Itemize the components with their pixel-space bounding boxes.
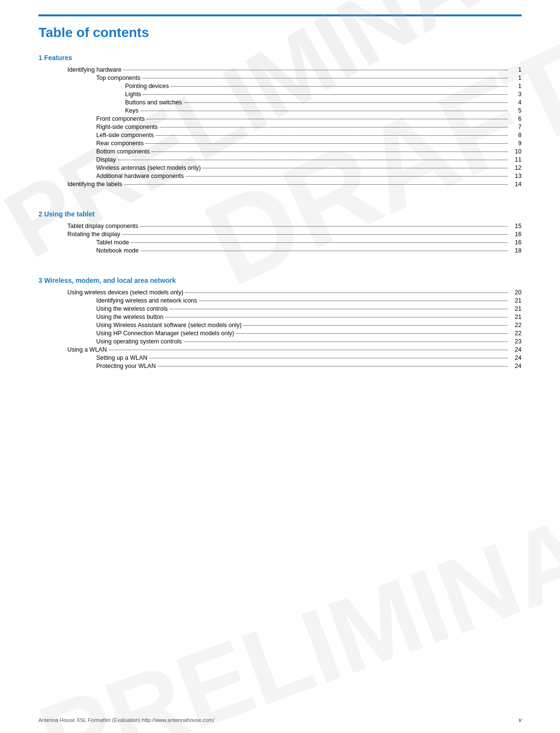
- toc-entry-label: Using wireless devices (select models on…: [67, 289, 183, 296]
- toc-entry-label: Top components: [96, 75, 140, 81]
- toc-entry-page: 21: [509, 297, 522, 304]
- page-number: v: [519, 717, 522, 723]
- toc-entry-dots: [118, 160, 508, 160]
- toc-entry: Notebook mode 18: [38, 247, 522, 254]
- toc-content: 1 FeaturesIdentifying hardware1Top compo…: [38, 54, 522, 369]
- toc-entry-page: 22: [509, 322, 522, 329]
- toc-entry-label: Tablet display components: [67, 223, 138, 229]
- toc-entry-dots: [158, 366, 508, 366]
- toc-entry-label: Bottom components: [96, 148, 150, 155]
- watermark-text-3: PRELIMINARY: [25, 445, 560, 733]
- toc-entry-dots: [131, 242, 508, 243]
- top-border: [38, 14, 522, 16]
- toc-entry-dots: [109, 350, 508, 350]
- toc-entry-label: Identifying hardware: [67, 66, 122, 73]
- toc-entry-label: Additional hardware components: [96, 173, 184, 179]
- toc-entry: Pointing devices1: [38, 83, 522, 89]
- toc-entry-page: 7: [509, 124, 522, 130]
- toc-entry: Identifying the labels14: [38, 181, 522, 188]
- toc-entry: Using wireless devices (select models on…: [38, 289, 522, 296]
- toc-entry: Using HP Connection Manager (select mode…: [38, 330, 522, 337]
- toc-entry: Setting up a WLAN24: [38, 354, 522, 361]
- section-spacer: [38, 189, 522, 197]
- section-heading-1: 1 Features: [38, 54, 522, 62]
- toc-entry-page: 10: [509, 148, 522, 155]
- page-footer: Antenna House XSL Formatter (Evaluation)…: [0, 717, 560, 723]
- toc-entry-dots: [140, 251, 508, 251]
- toc-entry: Left-side components8: [38, 132, 522, 139]
- toc-entry-page: 16: [509, 231, 522, 238]
- toc-entry-dots: [152, 152, 508, 152]
- toc-entry-dots: [203, 168, 508, 168]
- toc-entry-label: Pointing devices: [125, 83, 169, 89]
- toc-entry-label: Rear components: [96, 140, 144, 147]
- toc-entry-dots: [140, 226, 508, 227]
- toc-entry-page: 12: [509, 164, 522, 171]
- toc-entry: Front components6: [38, 115, 522, 122]
- toc-entry-dots: [143, 94, 508, 95]
- toc-entry-dots: [236, 333, 508, 334]
- toc-entry: Keys5: [38, 107, 522, 114]
- toc-entry-page: 21: [509, 305, 522, 312]
- section-heading-2: 2 Using the tablet: [38, 210, 522, 218]
- section-spacer: [38, 255, 522, 263]
- toc-entry-label: Buttons and switches: [125, 99, 182, 106]
- toc-entry-label: Using the wireless button: [96, 314, 164, 320]
- toc-entry-page: 15: [509, 223, 522, 229]
- toc-entry-dots: [146, 143, 508, 144]
- toc-entry: Rear components9: [38, 140, 522, 147]
- section-heading-3: 3 Wireless, modem, and local area networ…: [38, 277, 522, 284]
- toc-entry: Buttons and switches4: [38, 99, 522, 106]
- toc-entry-label: Identifying wireless and network icons: [96, 297, 197, 304]
- toc-entry-page: 1: [509, 66, 522, 73]
- toc-entry: Additional hardware components13: [38, 173, 522, 179]
- toc-entry-page: 22: [509, 330, 522, 337]
- toc-entry: Display11: [38, 156, 522, 163]
- toc-entry: Tablet display components15: [38, 223, 522, 229]
- toc-entry-dots: [156, 135, 508, 136]
- toc-entry: Using the wireless controls21: [38, 305, 522, 312]
- toc-entry-page: 4: [509, 99, 522, 106]
- toc-entry-dots: [122, 234, 508, 235]
- toc-entry-dots: [199, 301, 508, 301]
- toc-entry-page: 1: [509, 75, 522, 81]
- toc-entry: Lights3: [38, 91, 522, 98]
- toc-entry-page: 23: [509, 338, 522, 345]
- toc-entry-page: 13: [509, 173, 522, 179]
- toc-entry-dots: [243, 325, 508, 326]
- toc-entry-page: 3: [509, 91, 522, 98]
- toc-entry-label: Setting up a WLAN: [96, 354, 147, 361]
- toc-entry-page: 14: [509, 181, 522, 188]
- toc-entry-label: Using the wireless controls: [96, 305, 168, 312]
- toc-entry-label: Using operating system controls: [96, 338, 182, 345]
- toc-entry-label: Right-side components: [96, 124, 158, 130]
- toc-entry-dots: [160, 127, 508, 127]
- toc-entry-dots: [140, 111, 508, 111]
- toc-entry: Rotating the display16: [38, 231, 522, 238]
- toc-entry-label: Left-side components: [96, 132, 154, 139]
- toc-entry: Top components1: [38, 75, 522, 81]
- toc-entry-dots: [170, 309, 508, 309]
- footer-text: Antenna House XSL Formatter (Evaluation)…: [38, 717, 214, 723]
- toc-entry: Using a WLAN24: [38, 346, 522, 353]
- toc-entry-dots: [165, 317, 508, 317]
- toc-entry-page: 18: [509, 247, 522, 254]
- toc-entry-dots: [186, 176, 508, 177]
- toc-entry-label: Using Wireless Assistant software (selec…: [96, 322, 242, 329]
- toc-entry: Right-side components7: [38, 124, 522, 130]
- toc-entry-dots: [184, 341, 508, 342]
- toc-entry-label: Front components: [96, 115, 145, 122]
- toc-entry: Using Wireless Assistant software (selec…: [38, 322, 522, 329]
- toc-entry-label: Tablet mode: [96, 239, 129, 246]
- toc-entry-label: Keys: [125, 107, 139, 114]
- toc-entry-dots: [124, 70, 508, 70]
- toc-entry-page: 6: [509, 115, 522, 122]
- toc-entry-dots: [185, 292, 508, 293]
- toc-entry-dots: [147, 119, 508, 119]
- toc-entry-dots: [149, 358, 508, 358]
- toc-entry: Identifying wireless and network icons21: [38, 297, 522, 304]
- toc-entry-page: 24: [509, 354, 522, 361]
- toc-entry-label: Protecting your WLAN: [96, 363, 156, 369]
- toc-entry-dots: [171, 86, 508, 87]
- toc-entry-dots: [184, 102, 508, 103]
